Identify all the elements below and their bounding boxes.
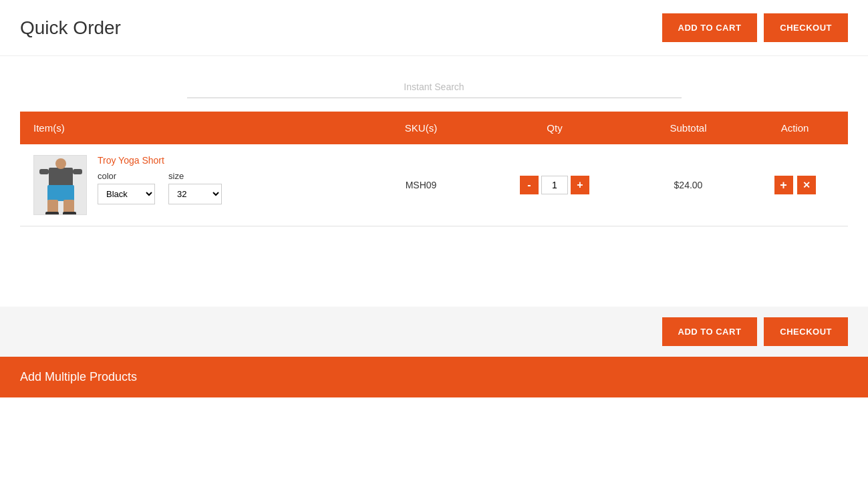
- qty-input[interactable]: [541, 176, 568, 194]
- product-name[interactable]: Troy Yoga Short: [98, 155, 354, 166]
- footer-checkout-button[interactable]: CHECKOUT: [764, 317, 848, 346]
- item-details: Troy Yoga Short color Black Blue Red siz…: [98, 155, 354, 204]
- col-header-qty: Qty: [488, 122, 621, 134]
- svg-point-2: [55, 158, 66, 169]
- page-header: Quick Order ADD TO CART CHECKOUT: [0, 0, 868, 56]
- table-header: Item(s) SKU(s) Qty Subtotal Action: [20, 112, 848, 144]
- qty-increase-button[interactable]: +: [571, 176, 589, 194]
- search-input[interactable]: [187, 76, 682, 98]
- svg-rect-9: [63, 212, 76, 215]
- page-wrapper: Quick Order ADD TO CART CHECKOUT Item(s)…: [0, 0, 868, 495]
- col-header-subtotal: Subtotal: [621, 122, 755, 134]
- header-buttons: ADD TO CART CHECKOUT: [662, 13, 848, 42]
- action-remove-row-button[interactable]: ✕: [797, 176, 816, 194]
- footer-bar: ADD TO CART CHECKOUT: [0, 307, 868, 357]
- sku-cell: MSH09: [354, 180, 488, 190]
- subtotal-cell: $24.00: [621, 180, 755, 190]
- svg-rect-3: [39, 169, 49, 174]
- page-title: Quick Order: [20, 17, 121, 39]
- search-section: [0, 56, 868, 112]
- product-attributes: color Black Blue Red size 28 30: [98, 171, 354, 204]
- table-row: Troy Yoga Short color Black Blue Red siz…: [20, 144, 848, 226]
- color-attribute: color Black Blue Red: [98, 171, 155, 204]
- product-image: [33, 155, 87, 215]
- add-multiple-title: Add Multiple Products: [20, 370, 137, 383]
- svg-rect-8: [45, 212, 59, 215]
- footer-add-to-cart-button[interactable]: ADD TO CART: [662, 317, 758, 346]
- col-header-sku: SKU(s): [354, 122, 488, 134]
- add-multiple-section: Add Multiple Products: [0, 357, 868, 397]
- table-section: Item(s) SKU(s) Qty Subtotal Action: [0, 112, 868, 226]
- svg-rect-1: [49, 168, 73, 186]
- svg-rect-5: [47, 185, 74, 201]
- action-add-row-button[interactable]: +: [774, 176, 793, 194]
- qty-decrease-button[interactable]: -: [520, 176, 539, 194]
- col-header-action: Action: [755, 122, 835, 134]
- color-select[interactable]: Black Blue Red: [98, 184, 155, 204]
- color-label: color: [98, 171, 155, 181]
- size-label: size: [168, 171, 222, 181]
- col-header-items: Item(s): [33, 122, 354, 134]
- svg-rect-6: [47, 200, 58, 213]
- item-cell: Troy Yoga Short color Black Blue Red siz…: [33, 155, 354, 215]
- svg-rect-4: [73, 169, 82, 174]
- header-add-to-cart-button[interactable]: ADD TO CART: [662, 13, 758, 42]
- qty-cell: - +: [488, 176, 621, 194]
- size-select[interactable]: 28 30 32 34 36: [168, 184, 222, 204]
- svg-rect-7: [63, 200, 74, 213]
- action-cell: + ✕: [755, 176, 835, 194]
- product-image-svg: [34, 156, 87, 215]
- size-attribute: size 28 30 32 34 36: [168, 171, 222, 204]
- header-checkout-button[interactable]: CHECKOUT: [764, 13, 848, 42]
